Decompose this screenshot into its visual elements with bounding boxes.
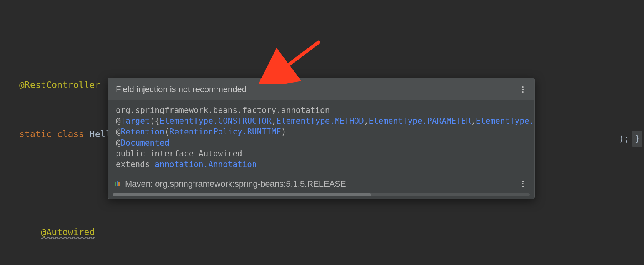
library-icon [114,181,121,187]
popup-body: org.springframework.beans.factory.annota… [108,100,534,174]
annotation-restcontroller: @RestController [19,80,100,90]
annotation-autowired[interactable]: @Autowired [41,227,95,237]
popup-footer: Maven: org.springframework:spring-beans:… [108,174,534,194]
annotation-target-line: @Target({ElementType.CONSTRUCTOR,Element… [116,116,527,126]
inline-closing-hint: ); } [619,131,642,147]
annotation-retention-line: @Retention(RetentionPolicy.RUNTIME) [116,126,527,137]
quick-doc-popup[interactable]: Field injection is not recommended org.s… [108,78,535,199]
more-options-icon[interactable] [519,180,527,188]
extends-line: extends annotation.Annotation [116,159,527,170]
indent-guide [13,31,13,265]
svg-rect-0 [115,182,116,186]
code-line: @Autowired [19,224,644,240]
svg-rect-1 [117,181,118,186]
library-source-label: Maven: org.springframework:spring-beans:… [125,178,346,190]
declaration-line: public interface Autowired [116,148,527,159]
more-options-icon[interactable] [519,86,527,93]
svg-rect-2 [118,182,120,186]
annotation-documented-line: @Documented [116,137,527,148]
horizontal-scrollbar[interactable] [113,193,530,196]
package-name: org.springframework.beans.factory.annota… [116,105,527,116]
inspection-message: Field injection is not recommended [116,84,519,95]
popup-header: Field injection is not recommended [108,78,534,100]
